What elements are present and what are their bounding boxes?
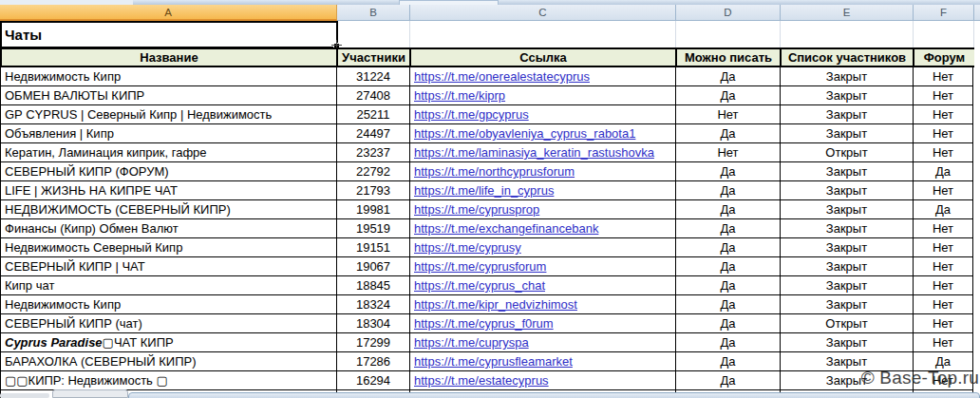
cell-forum[interactable]: Нет (914, 105, 973, 124)
cell-members[interactable]: 23237 (337, 143, 410, 162)
chat-link[interactable]: https://t.me/onerealestatecyprus (414, 69, 590, 84)
cell-members[interactable]: 19067 (337, 257, 410, 276)
empty-cell-f1[interactable] (914, 21, 974, 47)
chat-link[interactable]: https://t.me/obyavleniya_cyprus_rabota1 (414, 126, 635, 141)
cell-link[interactable]: https://t.me/cyprusforum (410, 257, 676, 276)
cell-members[interactable]: 17286 (337, 352, 410, 371)
cell-name[interactable]: Объявления | Кипр (1, 124, 337, 143)
cell-members-list[interactable]: Закрыт (781, 219, 914, 238)
column-header-c[interactable]: C (410, 5, 676, 21)
cell-can-write[interactable]: Да (676, 238, 781, 257)
header-members-list[interactable]: Список участников (782, 49, 914, 66)
cell-link[interactable]: https://t.me/cyprus_f0rum (410, 314, 676, 333)
cell-members-list[interactable]: Закрыт (781, 105, 914, 124)
cell-members-list[interactable]: Закрыт (781, 257, 914, 276)
cell-can-write[interactable]: Да (676, 371, 781, 390)
chat-link[interactable]: https://t.me/cyprus_chat (414, 278, 545, 293)
chat-link[interactable]: https://t.me/life_in_cyprus (414, 183, 554, 198)
cell-members[interactable]: 19151 (337, 238, 410, 257)
cell-can-write[interactable]: Да (676, 276, 781, 295)
cell-can-write[interactable]: Да (676, 124, 781, 143)
cell-forum[interactable]: Нет (914, 333, 973, 352)
cell-members-list[interactable]: Открыт (781, 314, 914, 333)
cell-link[interactable]: https://t.me/cyprusy (410, 238, 676, 257)
cell-can-write[interactable]: Да (676, 181, 781, 200)
cell-members[interactable]: 18324 (337, 295, 410, 314)
chat-link[interactable]: https://t.me/cupryspa (414, 335, 529, 350)
header-link[interactable]: Ссылка (411, 49, 677, 66)
cell-can-write[interactable]: Да (676, 219, 781, 238)
cell-link[interactable]: https://t.me/cyprusfleamarket (410, 352, 676, 371)
cell-can-write[interactable]: Да (676, 295, 781, 314)
cell-name[interactable]: НЕДВИЖИМОСТЬ (СЕВЕРНЫЙ КИПР) (1, 200, 337, 219)
cell-forum[interactable]: Нет (914, 314, 973, 333)
cell-link[interactable]: https://t.me/cyprusprop (410, 200, 676, 219)
chat-link[interactable]: https://t.me/northcyprusforum (414, 164, 575, 179)
cell-name[interactable]: Cyprus Paradise▢ЧАТ КИПР (1, 333, 337, 352)
title-cell-a1[interactable]: Чаты (0, 21, 337, 47)
cell-can-write[interactable]: Да (676, 67, 781, 86)
cell-members-list[interactable]: Закрыт (781, 200, 914, 219)
header-members[interactable]: Участники (338, 49, 411, 66)
cell-can-write[interactable]: Да (676, 162, 781, 181)
sheet-tab-edge[interactable] (52, 389, 128, 398)
cell-name[interactable]: СЕВЕРНЫЙ КИПР (чат) (1, 314, 337, 333)
column-header-f[interactable]: F (914, 5, 974, 21)
cell-name[interactable]: ▢▢КИПР: Недвижимость ▢ (1, 371, 337, 390)
cell-members[interactable]: 18304 (337, 314, 410, 333)
cell-members[interactable]: 19519 (337, 219, 410, 238)
cell-link[interactable]: https://t.me/laminasiya_keratin_rastusho… (410, 143, 676, 162)
cell-members-list[interactable]: Закрыт (781, 295, 914, 314)
cell-members[interactable]: 31224 (337, 67, 410, 86)
cell-can-write[interactable]: Да (676, 314, 781, 333)
cell-name[interactable]: ОБМЕН ВАЛЮТЫ КИПР (1, 86, 337, 105)
cell-name[interactable]: Финансы (Кипр) Обмен Валют (1, 219, 337, 238)
column-header-b[interactable]: B (337, 5, 410, 21)
chat-link[interactable]: https://t.me/cyprusfleamarket (414, 354, 573, 369)
cell-link[interactable]: https://t.me/cupryspa (410, 333, 676, 352)
cell-link[interactable]: https://t.me/onerealestatecyprus (410, 67, 676, 86)
cell-name[interactable]: Кератин, Ламинация киприк, гафре (1, 143, 337, 162)
cell-name[interactable]: СЕВЕРНЫЙ КИПР | ЧАТ (1, 257, 337, 276)
empty-cell-e1[interactable] (781, 21, 914, 47)
cell-forum[interactable]: Нет (914, 219, 973, 238)
cell-link[interactable]: https://t.me/obyavleniya_cyprus_rabota1 (410, 124, 676, 143)
empty-cell-d1[interactable] (676, 21, 781, 47)
cell-link[interactable]: https://t.me/kipr_nedvizhimost (410, 295, 676, 314)
cell-link[interactable]: https://t.me/gpcyprus (410, 105, 676, 124)
chat-link[interactable]: https://t.me/gpcyprus (414, 107, 529, 122)
column-header-a[interactable]: A (0, 5, 337, 21)
cell-members[interactable]: 17299 (337, 333, 410, 352)
cell-forum[interactable]: Нет (914, 295, 973, 314)
empty-cell-b1[interactable] (337, 21, 410, 47)
cell-forum[interactable]: Нет (914, 86, 973, 105)
cell-members-list[interactable]: Закрыт (781, 238, 914, 257)
header-can-write[interactable]: Можно писать (677, 49, 782, 66)
chat-link[interactable]: https://t.me/kipr_nedvizhimost (414, 297, 577, 312)
cell-members-list[interactable]: Закрыт (781, 86, 914, 105)
cell-link[interactable]: https://t.me/kiprp (410, 86, 676, 105)
cell-name[interactable]: Недвижимость Кипр (1, 67, 337, 86)
chat-link[interactable]: https://t.me/cyprus_f0rum (414, 316, 554, 331)
cell-forum[interactable]: Нет (914, 143, 973, 162)
cell-can-write[interactable]: Да (676, 86, 781, 105)
cell-members[interactable]: 22792 (337, 162, 410, 181)
cell-forum[interactable]: Нет (914, 276, 973, 295)
chat-link[interactable]: https://t.me/exchangefinancebank (414, 221, 598, 236)
cell-link[interactable]: https://t.me/estatecyprus (410, 371, 676, 390)
cell-members[interactable]: 27408 (337, 86, 410, 105)
cell-members-list[interactable]: Закрыт (781, 181, 914, 200)
cell-can-write[interactable]: Да (676, 333, 781, 352)
cell-can-write[interactable]: Да (676, 200, 781, 219)
column-header-e[interactable]: E (781, 5, 914, 21)
cell-members[interactable]: 19981 (337, 200, 410, 219)
cell-can-write[interactable]: Да (676, 352, 781, 371)
chat-link[interactable]: https://t.me/cyprusprop (414, 202, 539, 217)
chat-link[interactable]: https://t.me/kiprp (414, 88, 505, 103)
cell-members[interactable]: 25211 (337, 105, 410, 124)
cell-forum[interactable]: Нет (914, 67, 973, 86)
cell-members[interactable]: 21793 (337, 181, 410, 200)
cell-members-list[interactable]: Закрыт (781, 276, 914, 295)
cell-forum[interactable]: Нет (914, 257, 973, 276)
cell-name[interactable]: СЕВЕРНЫЙ КИПР (ФОРУМ) (1, 162, 337, 181)
